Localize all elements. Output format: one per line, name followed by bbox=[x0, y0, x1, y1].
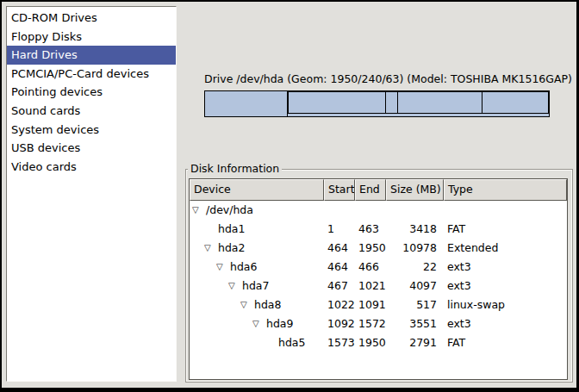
cell-size: 4097 bbox=[386, 277, 444, 296]
cell-size: 3551 bbox=[386, 314, 444, 333]
sidebar-item-video-cards[interactable]: Video cards bbox=[7, 158, 176, 177]
cell-type: ext3 bbox=[444, 258, 567, 277]
cell-end: 466 bbox=[355, 258, 386, 277]
cell-start: 464 bbox=[324, 258, 355, 277]
tree-indent bbox=[190, 229, 204, 230]
column-header-device[interactable]: Device bbox=[190, 179, 324, 201]
cell-type: linux-swap bbox=[444, 296, 567, 314]
cell-device: ▽hda6 bbox=[190, 258, 324, 277]
sidebar-item-pointing-devices[interactable]: Pointing devices bbox=[7, 83, 176, 102]
device-category-list: CD-ROM DrivesFloppy DisksHard DrivesPCMC… bbox=[6, 6, 177, 382]
device-label: /dev/hda bbox=[206, 201, 253, 220]
sidebar-item-cd-rom-drives[interactable]: CD-ROM Drives bbox=[7, 9, 176, 28]
cell-end: 463 bbox=[355, 220, 386, 239]
cell-device: ▽/dev/hda bbox=[190, 201, 324, 220]
cell-end bbox=[355, 201, 386, 220]
extended-partition-box bbox=[287, 91, 549, 114]
cell-device: ▽hda8 bbox=[190, 296, 324, 314]
logical-partition-boundary bbox=[288, 92, 289, 113]
cell-size: 10978 bbox=[386, 239, 444, 258]
cell-size: 3418 bbox=[386, 220, 444, 239]
sidebar-item-usb-devices[interactable]: USB devices bbox=[7, 139, 176, 158]
cell-type: Extended bbox=[444, 239, 567, 258]
hardware-browser-window: CD-ROM DrivesFloppy DisksHard DrivesPCMC… bbox=[0, 0, 579, 392]
cell-device: ▽hda9 bbox=[190, 314, 324, 333]
tree-indent bbox=[190, 343, 265, 344]
logical-partition-boundary bbox=[385, 92, 386, 113]
sidebar-item-floppy-disks[interactable]: Floppy Disks bbox=[7, 28, 176, 47]
tree-indent bbox=[190, 248, 204, 249]
cell-end: 1021 bbox=[355, 277, 386, 296]
cell-type bbox=[444, 201, 567, 220]
table-row-hda9[interactable]: ▽hda9109215723551ext3 bbox=[190, 314, 567, 333]
tree-indent bbox=[190, 324, 252, 325]
drive-title: Drive /dev/hda (Geom: 1950/240/63) (Mode… bbox=[204, 72, 572, 85]
cell-start: 467 bbox=[324, 277, 355, 296]
table-row-hda5[interactable]: hda5157319502791FAT bbox=[190, 333, 567, 352]
table-row-dev-hda[interactable]: ▽/dev/hda bbox=[190, 201, 567, 220]
cell-end: 1950 bbox=[355, 239, 386, 258]
device-label: hda8 bbox=[254, 296, 281, 314]
table-row-hda1[interactable]: hda114633418FAT bbox=[190, 220, 567, 239]
column-header-size-mb[interactable]: Size (MB) bbox=[386, 179, 444, 201]
table-row-hda6[interactable]: ▽hda646446622ext3 bbox=[190, 258, 567, 277]
tree-indent bbox=[190, 305, 240, 306]
drive-partition-bar bbox=[204, 90, 550, 117]
device-label: hda2 bbox=[218, 239, 245, 258]
cell-start: 1573 bbox=[324, 333, 355, 352]
disk-table: DeviceStartEndSize (MB)Type ▽/dev/hdahda… bbox=[189, 178, 568, 380]
disk-table-header: DeviceStartEndSize (MB)Type bbox=[190, 179, 567, 201]
column-header-type[interactable]: Type bbox=[444, 179, 567, 201]
device-label: hda5 bbox=[278, 333, 305, 352]
cell-end: 1950 bbox=[355, 333, 386, 352]
disk-information-frame-label: Disk Information bbox=[188, 162, 282, 176]
logical-partition-boundary bbox=[397, 92, 398, 113]
device-label: hda9 bbox=[266, 314, 293, 333]
column-header-end[interactable]: End bbox=[355, 179, 386, 201]
expander-open-icon[interactable]: ▽ bbox=[192, 201, 206, 220]
tree-indent bbox=[190, 267, 216, 268]
cell-type: ext3 bbox=[444, 277, 567, 296]
expander-open-icon[interactable]: ▽ bbox=[252, 314, 266, 333]
logical-partition-boundary bbox=[482, 92, 482, 113]
table-row-hda2[interactable]: ▽hda2464195010978Extended bbox=[190, 239, 567, 258]
tree-indent bbox=[190, 286, 228, 287]
cell-type: FAT bbox=[444, 220, 567, 239]
cell-end: 1572 bbox=[355, 314, 386, 333]
cell-size bbox=[386, 201, 444, 220]
table-row-hda7[interactable]: ▽hda746710214097ext3 bbox=[190, 277, 567, 296]
expander-open-icon[interactable]: ▽ bbox=[240, 296, 254, 314]
sidebar-item-system-devices[interactable]: System devices bbox=[7, 121, 176, 140]
device-label: hda1 bbox=[218, 220, 245, 239]
expander-open-icon[interactable]: ▽ bbox=[204, 239, 218, 258]
cell-start: 1 bbox=[324, 220, 355, 239]
expander-open-icon[interactable]: ▽ bbox=[228, 277, 242, 296]
disk-table-body: ▽/dev/hdahda114633418FAT▽hda246419501097… bbox=[190, 201, 567, 352]
disk-information-frame: Disk Information DeviceStartEndSize (MB)… bbox=[185, 169, 573, 383]
cell-start: 1022 bbox=[324, 296, 355, 314]
cell-start: 464 bbox=[324, 239, 355, 258]
column-header-start[interactable]: Start bbox=[324, 179, 355, 201]
device-label: hda7 bbox=[242, 277, 269, 296]
cell-device: hda1 bbox=[190, 220, 324, 239]
cell-type: ext3 bbox=[444, 314, 567, 333]
cell-size: 2791 bbox=[386, 333, 444, 352]
cell-start: 1092 bbox=[324, 314, 355, 333]
sidebar-item-hard-drives[interactable]: Hard Drives bbox=[7, 46, 176, 65]
sidebar-item-pcmcia-pc-card-devices[interactable]: PCMCIA/PC-Card devices bbox=[7, 65, 176, 84]
cell-device: hda5 bbox=[190, 333, 324, 352]
expander-open-icon[interactable]: ▽ bbox=[216, 258, 230, 277]
cell-device: ▽hda7 bbox=[190, 277, 324, 296]
table-row-hda8[interactable]: ▽hda810221091517linux-swap bbox=[190, 296, 567, 314]
cell-end: 1091 bbox=[355, 296, 386, 314]
sidebar-item-sound-cards[interactable]: Sound cards bbox=[7, 102, 176, 121]
cell-start bbox=[324, 201, 355, 220]
cell-device: ▽hda2 bbox=[190, 239, 324, 258]
cell-size: 22 bbox=[386, 258, 444, 277]
cell-type: FAT bbox=[444, 333, 567, 352]
cell-size: 517 bbox=[386, 296, 444, 314]
device-label: hda6 bbox=[230, 258, 257, 277]
